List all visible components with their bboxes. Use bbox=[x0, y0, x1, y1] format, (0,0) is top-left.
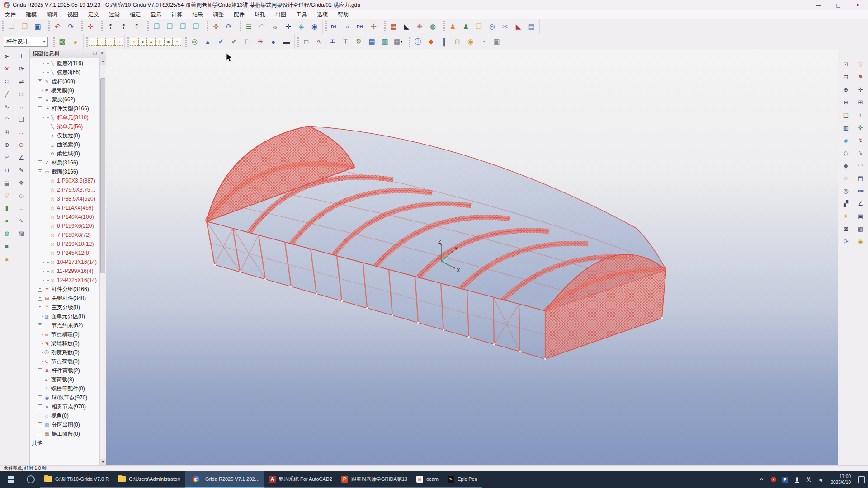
slab-button[interactable]: ▬ bbox=[280, 36, 292, 48]
axis-toggle-button[interactable]: ✛ bbox=[854, 84, 866, 95]
contour-display-button[interactable]: ◠ bbox=[256, 21, 268, 33]
legend-toggle-button[interactable]: ▤ bbox=[854, 172, 866, 184]
model-grid-button[interactable]: ▩ bbox=[56, 36, 68, 48]
select-add-button[interactable]: ＋ bbox=[89, 38, 97, 46]
shade-display-button[interactable]: ◣ bbox=[401, 21, 413, 33]
tree-item-pipe-section-icon[interactable]: ◎8-P219X10(12) bbox=[30, 239, 99, 249]
pin-view-button[interactable]: ◉ bbox=[854, 235, 866, 247]
design-mode-dropdown[interactable]: 杆件设计 ▼ bbox=[4, 37, 48, 47]
solid-sphere-button[interactable]: ● bbox=[1, 215, 13, 226]
tree-expander-icon[interactable]: + bbox=[38, 404, 42, 409]
tree-expander-icon[interactable]: + bbox=[38, 368, 42, 373]
taskbar-clock[interactable]: 17:00 2025/6/10 bbox=[827, 471, 855, 488]
table-edit-button[interactable]: ▤ bbox=[1, 177, 13, 188]
ungroup-tool-button[interactable]: ◇ bbox=[15, 189, 27, 201]
layers-display-button[interactable]: ◈ bbox=[295, 21, 307, 33]
ring-select-button[interactable]: ◎ bbox=[189, 36, 201, 48]
zoom-in-button[interactable]: ⊕ bbox=[840, 84, 852, 95]
menu-球孔[interactable]: 球孔 bbox=[250, 10, 270, 19]
zoom-window-button[interactable]: ⊟ bbox=[840, 71, 852, 83]
rotate-360-button[interactable]: ⟳ bbox=[223, 21, 235, 33]
check-one-button[interactable]: ✔ bbox=[228, 36, 240, 48]
info-button[interactable]: ⓘ bbox=[412, 36, 424, 48]
sphere-node-button[interactable]: ● bbox=[267, 36, 279, 48]
panel-button[interactable]: ▤ bbox=[366, 36, 378, 48]
align-tool-button[interactable]: ≡ bbox=[15, 202, 27, 214]
refresh-view-button[interactable]: ⟳ bbox=[840, 235, 852, 247]
tree-expander-icon[interactable]: + bbox=[38, 323, 42, 328]
tree-item-node-coupling-icon[interactable]: ∞节点耦联(0) bbox=[30, 330, 99, 339]
tray-expand-icon[interactable]: ^ bbox=[757, 471, 767, 488]
model-canvas[interactable]: Z Y X bbox=[106, 49, 838, 465]
menu-视图[interactable]: 视图 bbox=[62, 10, 83, 19]
tree-item-其他[interactable]: 其他 bbox=[30, 438, 99, 447]
rect-tool-button[interactable]: □ bbox=[300, 36, 312, 48]
tree-item-area-partition-icon[interactable]: ▧面单元分区(0) bbox=[30, 312, 99, 321]
tree-expander-icon[interactable]: - bbox=[38, 106, 42, 111]
notification-center-icon[interactable] bbox=[856, 471, 866, 488]
axes-display-button[interactable]: ✛ bbox=[282, 21, 294, 33]
iso-view-1-button[interactable]: ❒ bbox=[151, 21, 163, 33]
yellow-lens-button[interactable]: ◉ bbox=[464, 36, 476, 48]
binoculars-button[interactable]: ◎ bbox=[486, 21, 498, 33]
tree-item-intersect-node-icon[interactable]: +✕相贯节点(970) bbox=[30, 402, 99, 411]
hot-spot-button[interactable]: ◆ bbox=[425, 36, 437, 48]
precision-display-button[interactable]: .000 bbox=[854, 185, 866, 197]
zoom-extents-button[interactable]: ✛ bbox=[85, 21, 97, 33]
offset-tool-button[interactable]: ≍ bbox=[15, 88, 27, 100]
spline-tool-button[interactable]: ∿ bbox=[15, 215, 27, 226]
volume-icon[interactable]: ◀ bbox=[816, 471, 826, 488]
taskbar-ppt[interactable]: P跟着周老师学GRIDA第13 bbox=[337, 471, 412, 488]
solid-cylinder-button[interactable]: ▮ bbox=[1, 202, 13, 214]
tree-item-tension-only-icon[interactable]: ≀仅抗拉(0) bbox=[30, 131, 99, 140]
tree-expander-icon[interactable]: + bbox=[38, 79, 42, 84]
tree-item-node-load-icon[interactable]: ↯节点荷载(0) bbox=[30, 357, 99, 366]
search-button[interactable] bbox=[22, 471, 40, 488]
check-all-button[interactable]: ✔ bbox=[215, 36, 227, 48]
tree-expander-icon[interactable]: - bbox=[38, 169, 42, 174]
background-button[interactable]: ▩ bbox=[854, 223, 866, 235]
clip-section-button[interactable]: ▞ bbox=[840, 197, 852, 209]
contour-toggle-button[interactable]: ◠ bbox=[854, 160, 866, 171]
select-remove-button[interactable]: − bbox=[97, 38, 106, 46]
cone-view-button[interactable]: ▲ bbox=[202, 36, 214, 48]
flag-check-button[interactable]: ⚐ bbox=[241, 36, 253, 48]
tree-expander-icon[interactable]: + bbox=[38, 432, 42, 436]
select-node-button[interactable]: ● bbox=[130, 38, 138, 46]
fragment-button[interactable]: ❖ bbox=[414, 21, 426, 33]
show-all-button[interactable]: ◎ bbox=[840, 185, 852, 197]
close-button[interactable]: ✕ bbox=[848, 0, 868, 10]
globe-button[interactable]: ◍ bbox=[1, 227, 13, 239]
worker-check-button[interactable]: ♟ bbox=[447, 21, 459, 33]
select-invert-button[interactable]: ✕ bbox=[173, 38, 181, 46]
select-pointer-button[interactable]: ➤ bbox=[1, 50, 13, 62]
render-mode-button[interactable]: ◉ bbox=[308, 21, 321, 33]
lock-view-button[interactable]: ⊠ bbox=[840, 223, 852, 235]
tree-expander-icon[interactable]: + bbox=[38, 395, 42, 400]
menu-出图[interactable]: 出图 bbox=[270, 10, 291, 19]
tree-item-section-icon[interactable]: -▭截面(3166) bbox=[30, 167, 99, 176]
measure-tool-button[interactable]: ∠ bbox=[15, 151, 27, 163]
clipboard-button[interactable]: ▣ bbox=[491, 36, 503, 48]
viewport-3d[interactable]: Z Y X bbox=[106, 49, 838, 465]
tree-item-chord-layer-icon[interactable]: ╲弦层3(66) bbox=[30, 68, 99, 77]
view-iso-button[interactable]: ◈ bbox=[840, 134, 852, 146]
tree-item-plate-shell-icon[interactable]: ⚑板壳膜(0) bbox=[30, 86, 99, 95]
result-chart-button[interactable]: ◍ bbox=[427, 21, 439, 33]
grid-toggle-button[interactable]: ⊞ bbox=[854, 96, 866, 108]
rotate-tool-button[interactable]: ⟳ bbox=[15, 63, 27, 75]
select-window-button[interactable]: ◻ bbox=[114, 38, 123, 46]
tree-item-truss-element-icon[interactable]: ╲杆单元(3110) bbox=[30, 113, 99, 122]
axis-view-y-button[interactable]: ⇡ bbox=[104, 21, 117, 33]
save-button[interactable]: ▣ bbox=[32, 21, 44, 33]
zoom-out-button[interactable]: ⊖ bbox=[840, 96, 852, 108]
tree-item-member-type-icon[interactable]: -╰杆件类型(3166) bbox=[30, 104, 99, 113]
deform-display-button[interactable]: ∿ bbox=[854, 147, 866, 159]
pie-stat-button[interactable]: ◕ bbox=[69, 36, 81, 48]
load-case-dl-button[interactable]: D·L bbox=[328, 21, 340, 33]
camera-button[interactable]: ▣ bbox=[854, 210, 866, 222]
mirror-tool-button[interactable]: ⇌ bbox=[15, 75, 27, 87]
iso-view-3-button[interactable]: ❒ bbox=[177, 21, 189, 33]
taskbar-epicpen[interactable]: ✎Epic Pen bbox=[443, 471, 482, 488]
copy-tool-button[interactable]: ❐ bbox=[15, 113, 27, 125]
